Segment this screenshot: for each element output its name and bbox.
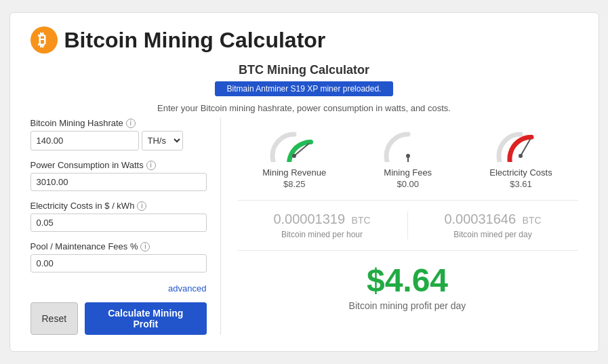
gauge-label-2: Electricity Costs: [489, 167, 552, 178]
electricity-input[interactable]: [31, 214, 207, 232]
gauge-value-2: $3.61: [489, 179, 552, 189]
power-input[interactable]: [31, 173, 207, 191]
hashrate-info-icon[interactable]: i: [126, 119, 136, 128]
advanced-link-container: advanced: [31, 282, 207, 294]
gauge-item-1: Mining Fees$0.00: [378, 125, 439, 189]
power-field-group: Power Consumption in Watts i: [31, 160, 207, 191]
btc-desc-0: Bitcoin mined per hour: [237, 230, 407, 239]
calc-header-title: BTC Mining Calculator: [31, 63, 578, 77]
calc-header: BTC Mining Calculator Bitmain Antminer S…: [31, 63, 578, 114]
right-panel: Mining Revenue$8.25 Mining Fees$0.00 Ele…: [220, 118, 578, 335]
gauge-value-1: $0.00: [378, 179, 439, 189]
buttons-row: Reset Calculate Mining Profit: [31, 302, 207, 335]
svg-point-3: [292, 154, 296, 158]
fees-label: Pool / Maintenance Fees % i: [31, 241, 207, 251]
hashrate-label: Bitcoin Mining Hashrate i: [31, 118, 207, 128]
calculate-button[interactable]: Calculate Mining Profit: [85, 302, 206, 335]
hashrate-input-row: TH/s GH/s MH/s KH/s H/s: [31, 131, 207, 150]
btc-stat-1: 0.00031646 BTCBitcoin mined per day: [408, 211, 578, 239]
btc-stat-0: 0.00001319 BTCBitcoin mined per hour: [237, 211, 408, 239]
svg-line-6: [521, 140, 530, 156]
gauge-item-0: Mining Revenue$8.25: [262, 125, 326, 189]
gauge-item-2: Electricity Costs$3.61: [489, 125, 552, 189]
btc-stats-row: 0.00001319 BTCBitcoin mined per hour0.00…: [237, 201, 578, 251]
calc-subtitle: Enter your Bitcoin mining hashrate, powe…: [157, 103, 451, 113]
main-layout: Bitcoin Mining Hashrate i TH/s GH/s MH/s…: [31, 118, 578, 335]
electricity-info-icon[interactable]: i: [137, 201, 146, 211]
fees-info-icon[interactable]: i: [140, 242, 150, 251]
profit-desc: Bitcoin mining profit per day: [237, 300, 578, 311]
btc-amount-1: 0.00031646 BTC: [408, 211, 578, 227]
svg-point-7: [519, 154, 523, 158]
advanced-link[interactable]: advanced: [168, 283, 206, 294]
bitcoin-icon: ₿: [31, 26, 58, 54]
gauge-value-0: $8.25: [262, 179, 326, 189]
hashrate-input[interactable]: [31, 131, 139, 150]
fees-input[interactable]: [31, 254, 207, 272]
gauge-svg-1: [378, 125, 439, 162]
profit-section: $4.64 Bitcoin mining profit per day: [237, 251, 578, 311]
btc-unit-1: BTC: [523, 215, 542, 226]
hashrate-field-group: Bitcoin Mining Hashrate i TH/s GH/s MH/s…: [31, 118, 207, 150]
electricity-field-group: Electricity Costs in $ / kWh i: [31, 201, 207, 232]
calculator-card: ₿ Bitcoin Mining Calculator BTC Mining C…: [9, 12, 599, 352]
left-panel: Bitcoin Mining Hashrate i TH/s GH/s MH/s…: [31, 118, 220, 335]
hashrate-unit-select[interactable]: TH/s GH/s MH/s KH/s H/s: [142, 131, 183, 150]
profit-amount: $4.64: [237, 262, 578, 299]
gauge-svg-2: [490, 125, 551, 162]
miner-badge: Bitmain Antminer S19 XP miner preloaded.: [215, 81, 394, 96]
gauge-label-1: Mining Fees: [378, 167, 439, 178]
power-info-icon[interactable]: i: [146, 161, 156, 170]
gauges-row: Mining Revenue$8.25 Mining Fees$0.00 Ele…: [237, 118, 578, 201]
btc-desc-1: Bitcoin mined per day: [408, 230, 578, 239]
reset-button[interactable]: Reset: [31, 302, 79, 335]
btc-amount-0: 0.00001319 BTC: [237, 211, 407, 227]
svg-point-5: [406, 154, 410, 158]
btc-unit-0: BTC: [352, 215, 371, 226]
electricity-label: Electricity Costs in $ / kWh i: [31, 201, 207, 211]
gauge-svg-0: [264, 125, 325, 162]
power-label: Power Consumption in Watts i: [31, 160, 207, 170]
fees-field-group: Pool / Maintenance Fees % i: [31, 241, 207, 272]
page-header: ₿ Bitcoin Mining Calculator: [31, 26, 578, 54]
gauge-label-0: Mining Revenue: [262, 167, 326, 178]
svg-text:₿: ₿: [38, 31, 46, 49]
page-title: Bitcoin Mining Calculator: [64, 28, 326, 53]
